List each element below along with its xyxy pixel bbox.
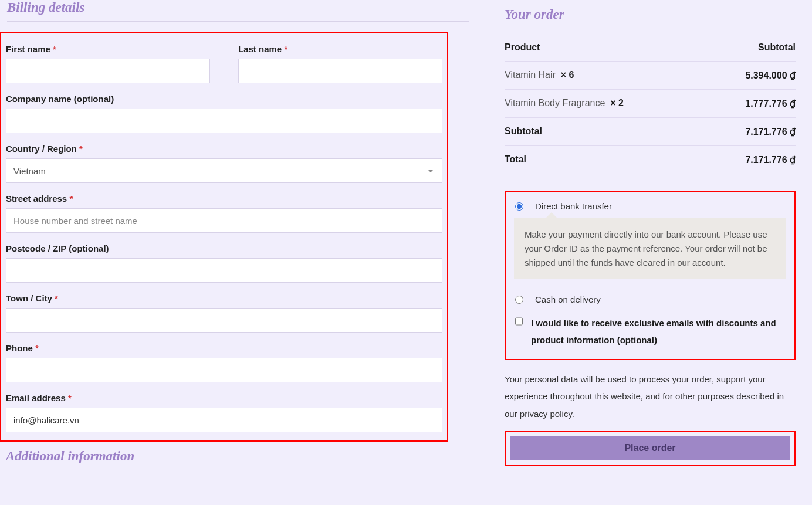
email-label: Email address * bbox=[6, 393, 442, 403]
privacy-policy-text: Your personal data will be used to proce… bbox=[505, 371, 796, 422]
newsletter-row[interactable]: I would like to receive exclusive emails… bbox=[514, 313, 786, 348]
company-name-input[interactable] bbox=[6, 109, 442, 133]
street-address-label: Street address * bbox=[6, 194, 442, 204]
required-mark: * bbox=[55, 293, 58, 303]
place-order-button[interactable]: Place order bbox=[510, 436, 790, 460]
order-table: Product Subtotal Vitamin Hair × 6 5.394.… bbox=[505, 40, 796, 174]
last-name-input[interactable] bbox=[238, 59, 442, 83]
first-name-label-text: First name bbox=[6, 44, 50, 54]
order-table-header: Product Subtotal bbox=[505, 40, 796, 62]
divider bbox=[6, 470, 469, 470]
required-mark: * bbox=[69, 194, 73, 204]
city-label: Town / City * bbox=[6, 293, 442, 303]
last-name-label-text: Last name bbox=[238, 44, 282, 54]
street-address-label-text: Street address bbox=[6, 194, 67, 204]
required-mark: * bbox=[35, 343, 39, 353]
billing-details-title: Billing details bbox=[7, 0, 469, 15]
newsletter-label: I would like to receive exclusive emails… bbox=[531, 315, 785, 348]
order-item-row: Vitamin Body Fragrance × 2 1.777.776 ₫ bbox=[505, 90, 796, 118]
payment-cod-radio[interactable] bbox=[515, 296, 523, 304]
item-qty-text: × 6 bbox=[561, 70, 574, 80]
header-product: Product bbox=[505, 42, 540, 53]
additional-information-title: Additional information bbox=[6, 449, 469, 464]
country-label-text: Country / Region bbox=[6, 144, 77, 154]
required-mark: * bbox=[53, 44, 56, 54]
country-label: Country / Region * bbox=[6, 144, 442, 154]
required-mark: * bbox=[284, 44, 287, 54]
subtotal-label: Subtotal bbox=[505, 126, 542, 137]
chevron-down-icon bbox=[428, 170, 434, 172]
company-name-label: Company name (optional) bbox=[6, 94, 442, 104]
header-subtotal: Subtotal bbox=[758, 42, 796, 53]
payment-bank-label: Direct bank transfer bbox=[535, 201, 612, 211]
payment-cod-label: Cash on delivery bbox=[535, 294, 601, 304]
postcode-label: Postcode / ZIP (optional) bbox=[6, 243, 442, 253]
item-name-text: Vitamin Body Fragrance bbox=[505, 98, 605, 108]
place-order-highlight: Place order bbox=[505, 431, 796, 466]
total-label: Total bbox=[505, 154, 526, 165]
country-select[interactable]: Vietnam bbox=[6, 158, 442, 183]
billing-form-highlight: First name * Last name * Company name (o… bbox=[0, 32, 448, 442]
first-name-input[interactable] bbox=[6, 59, 210, 83]
payment-bank-description: Make your payment directly into our bank… bbox=[514, 218, 786, 279]
payment-cod-row[interactable]: Cash on delivery bbox=[514, 291, 786, 313]
total-value: 7.171.776 ₫ bbox=[745, 154, 796, 165]
item-name-text: Vitamin Hair bbox=[505, 70, 556, 80]
city-input[interactable] bbox=[6, 308, 442, 333]
order-item-subtotal: 1.777.776 ₫ bbox=[745, 98, 796, 109]
phone-label: Phone * bbox=[6, 343, 442, 353]
postcode-input[interactable] bbox=[6, 258, 442, 283]
country-selected-value: Vietnam bbox=[13, 166, 46, 176]
required-mark: * bbox=[79, 144, 83, 154]
order-total-row: Total 7.171.776 ₫ bbox=[505, 146, 796, 174]
payment-methods-highlight: Direct bank transfer Make your payment d… bbox=[505, 191, 796, 360]
phone-input[interactable] bbox=[6, 358, 442, 382]
city-label-text: Town / City bbox=[6, 293, 52, 303]
phone-label-text: Phone bbox=[6, 343, 33, 353]
order-item-name: Vitamin Hair × 6 bbox=[505, 70, 574, 81]
item-qty-text: × 2 bbox=[610, 98, 624, 108]
order-item-name: Vitamin Body Fragrance × 2 bbox=[505, 98, 624, 109]
divider bbox=[7, 21, 469, 22]
your-order-title: Your order bbox=[505, 7, 796, 22]
street-address-input[interactable] bbox=[6, 208, 442, 233]
email-label-text: Email address bbox=[6, 393, 66, 403]
order-item-row: Vitamin Hair × 6 5.394.000 ₫ bbox=[505, 62, 796, 90]
email-input[interactable] bbox=[6, 408, 442, 432]
newsletter-checkbox[interactable] bbox=[515, 317, 523, 326]
payment-bank-radio[interactable] bbox=[515, 202, 523, 211]
subtotal-value: 7.171.776 ₫ bbox=[745, 126, 796, 137]
order-subtotal-row: Subtotal 7.171.776 ₫ bbox=[505, 118, 796, 146]
required-mark: * bbox=[68, 393, 72, 403]
first-name-label: First name * bbox=[6, 44, 210, 54]
order-item-subtotal: 5.394.000 ₫ bbox=[745, 70, 796, 81]
last-name-label: Last name * bbox=[238, 44, 442, 54]
